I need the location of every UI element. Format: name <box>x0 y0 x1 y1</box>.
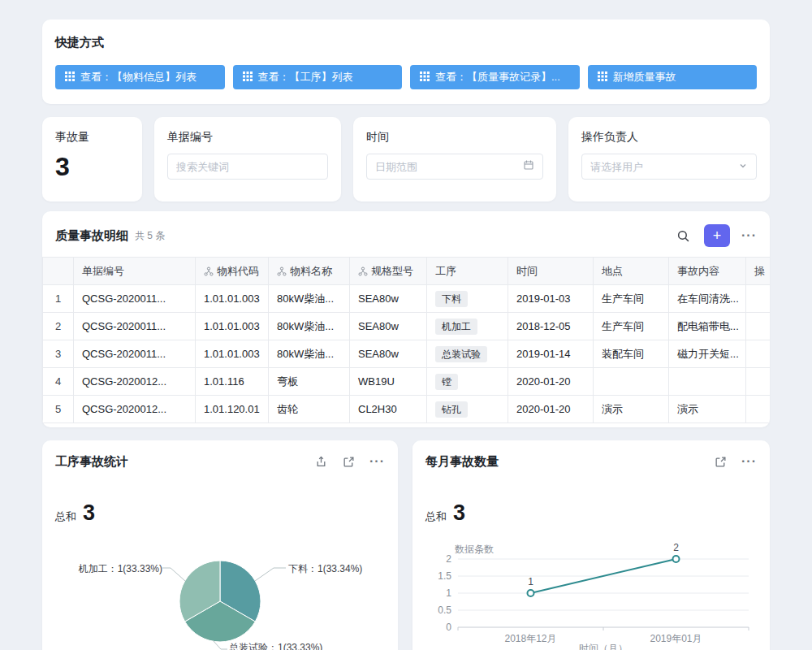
calendar-icon <box>523 159 534 174</box>
open-in-new-icon[interactable] <box>339 452 358 471</box>
cell-spec: WB19U <box>350 368 427 396</box>
relation-icon <box>277 266 287 276</box>
time-filter-card: 时间 <box>353 117 556 202</box>
table-title: 质量事故明细 <box>55 228 128 244</box>
cell-doc-no: QCSG-2020012... <box>74 396 196 423</box>
cell-material-code: 1.01.01.003 <box>196 285 269 313</box>
doc-no-search-input[interactable] <box>176 161 319 173</box>
table-row[interactable]: 5 QCSG-2020012... 1.01.120.01 齿轮 CL2H30 … <box>43 396 771 423</box>
grid-icon <box>598 72 607 84</box>
row-index: 3 <box>43 340 74 368</box>
cell-content: 演示 <box>669 396 746 423</box>
shortcut-button-label: 查看：【工序】列表 <box>258 70 353 84</box>
cell-spec: SEA80w <box>350 340 427 368</box>
pie-label-assembly-test: 总装试验：1(33.33%) <box>229 641 322 650</box>
add-record-button[interactable]: + <box>704 224 730 247</box>
line-card-header: 每月事故数量 ··· <box>412 440 770 483</box>
grid-icon <box>65 72 75 84</box>
process-tag: 总装试验 <box>435 346 487 362</box>
cell-time: 2020-01-20 <box>508 368 594 396</box>
add-quality-accident-button[interactable]: 新增质量事故 <box>588 65 758 89</box>
pie-chart-title: 工序事故统计 <box>55 453 128 470</box>
doc-no-input-wrap <box>167 154 328 180</box>
cell-content: 在车间清洗... <box>669 285 746 313</box>
view-quality-record-button[interactable]: 查看：【质量事故记录】... <box>410 65 580 89</box>
cell-material-code: 1.01.120.01 <box>196 396 269 423</box>
date-range-input[interactable] <box>375 161 518 173</box>
svg-text:2: 2 <box>673 542 679 553</box>
table-row[interactable]: 2 QCSG-2020011... 1.01.01.003 80kW柴油... … <box>43 313 771 340</box>
cell-content: 磁力开关短... <box>669 340 746 368</box>
svg-text:2019年01月: 2019年01月 <box>650 633 702 644</box>
pie-more-menu[interactable]: ··· <box>369 454 385 469</box>
shortcut-button-label: 查看：【质量事故记录】... <box>435 70 560 84</box>
col-content: 事故内容 <box>669 258 746 285</box>
total-label: 总和 <box>425 509 447 524</box>
cell-spec: SEA80w <box>350 313 427 340</box>
cell-material-name: 80kW柴油... <box>269 285 350 313</box>
col-material-code: 物料代码 <box>196 258 269 285</box>
col-process: 工序 <box>427 258 508 285</box>
row-index: 5 <box>43 396 74 423</box>
shortcut-buttons: 查看：【物料信息】列表 查看：【工序】列表 查看：【质量事故记录】... 新增质… <box>55 65 757 89</box>
accident-table: 单据编号 物料代码 物料名称 规格型号 工序 时间 地点 事故内容 操 1 QC… <box>42 257 770 423</box>
col-index <box>43 258 74 285</box>
operator-label: 操作负责人 <box>581 130 757 144</box>
svg-text:数据条数: 数据条数 <box>455 544 494 555</box>
shortcuts-title: 快捷方式 <box>55 34 757 50</box>
cell-doc-no: QCSG-2020011... <box>74 313 196 340</box>
shortcut-button-label: 查看：【物料信息】列表 <box>80 70 197 84</box>
process-stats-card: 工序事故统计 ··· 总和 3 机加工：1(33.33%) 下料：1(33.34… <box>42 440 398 650</box>
cell-doc-no: QCSG-2020011... <box>74 340 196 368</box>
view-process-list-button[interactable]: 查看：【工序】列表 <box>233 65 403 89</box>
cell-doc-no: QCSG-2020011... <box>74 285 196 313</box>
relation-icon <box>204 266 214 276</box>
search-button[interactable] <box>673 226 693 245</box>
col-operator: 操 <box>746 258 771 285</box>
accident-count-card: 事故量 3 <box>42 117 142 202</box>
shortcut-button-label: 新增质量事故 <box>613 70 676 84</box>
cell-place <box>594 368 669 396</box>
line-more-menu[interactable]: ··· <box>741 454 757 469</box>
process-tag: 下料 <box>435 291 468 307</box>
grid-icon <box>420 72 430 84</box>
cell-time: 2019-01-14 <box>508 340 594 368</box>
user-select[interactable] <box>581 154 757 180</box>
svg-text:2: 2 <box>446 553 451 565</box>
table-row[interactable]: 4 QCSG-2020012... 1.01.116 弯板 WB19U 镗 20… <box>43 368 771 396</box>
svg-text:0: 0 <box>446 622 451 633</box>
col-time: 时间 <box>508 258 594 285</box>
cell-operator <box>746 313 771 340</box>
stat-label: 事故量 <box>55 130 129 144</box>
pie-label-machining: 机加工：1(33.33%) <box>42 562 162 576</box>
time-label: 时间 <box>366 130 543 144</box>
date-range-wrap <box>366 154 543 180</box>
cell-process: 钻孔 <box>427 396 508 423</box>
cell-operator <box>746 285 771 313</box>
cell-process: 镗 <box>427 368 508 396</box>
record-count: 共 5 条 <box>135 229 165 243</box>
cell-process: 总装试验 <box>427 340 508 368</box>
table-row[interactable]: 1 QCSG-2020011... 1.01.01.003 80kW柴油... … <box>43 285 771 313</box>
operator-filter-card: 操作负责人 <box>568 117 770 202</box>
row-index: 1 <box>43 285 74 313</box>
doc-no-label: 单据编号 <box>167 130 328 144</box>
line-total: 总和 3 <box>412 500 770 526</box>
process-tag: 钻孔 <box>435 401 468 418</box>
table-more-menu[interactable]: ··· <box>741 228 757 243</box>
export-icon[interactable] <box>311 452 330 471</box>
svg-text:1.5: 1.5 <box>438 570 451 582</box>
svg-text:1: 1 <box>528 576 533 587</box>
table-row[interactable]: 3 QCSG-2020011... 1.01.01.003 80kW柴油... … <box>43 340 771 368</box>
user-select-input[interactable] <box>590 161 733 173</box>
process-tag: 镗 <box>435 374 458 390</box>
open-in-new-icon[interactable] <box>710 452 730 471</box>
stat-value: 3 <box>55 152 129 182</box>
cell-material-name: 80kW柴油... <box>269 340 350 368</box>
cell-time: 2020-01-20 <box>508 396 594 423</box>
view-material-list-button[interactable]: 查看：【物料信息】列表 <box>55 65 225 89</box>
cell-place: 生产车间 <box>594 313 669 340</box>
cell-doc-no: QCSG-2020012... <box>74 368 196 396</box>
grid-icon <box>243 72 253 84</box>
cell-operator <box>746 396 771 423</box>
